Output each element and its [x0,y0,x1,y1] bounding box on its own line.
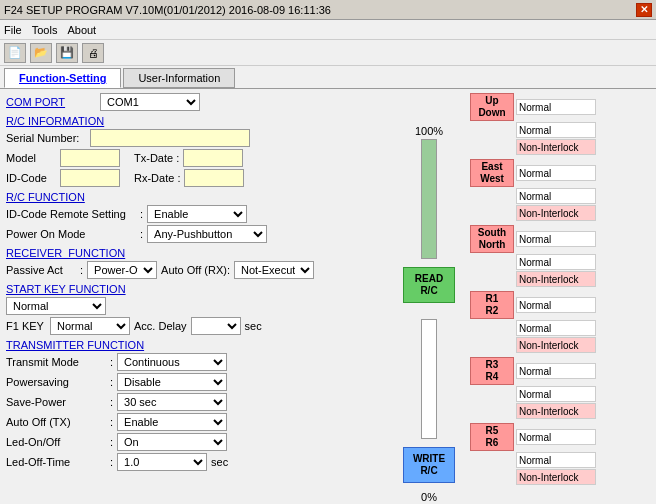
r3-r4-noninterlock[interactable] [516,403,596,419]
serial-number-input[interactable] [90,129,250,147]
up-down-row-1: Up Down [470,93,596,121]
read-rc-button[interactable]: READ R/C [403,267,455,303]
r3-r4-normal2[interactable] [516,386,596,402]
idcode-remote-select[interactable]: Enable [147,205,247,223]
east-west-button[interactable]: East West [470,159,514,187]
f1-key-label: F1 KEY [6,320,46,332]
up-down-noninterlock[interactable] [516,139,596,155]
power-on-label: Power On Mode [6,228,136,240]
close-button[interactable]: ✕ [636,3,652,17]
transmit-mode-label: Transmit Mode [6,356,106,368]
east-west-section: East West [470,159,596,221]
toolbar-open[interactable]: 📂 [30,43,52,63]
f1-key-select[interactable]: Normal [50,317,130,335]
serial-number-row: Serial Number: [6,129,384,147]
toolbar-save[interactable]: 💾 [56,43,78,63]
r5-r6-section: R5 R6 [470,423,596,485]
south-north-noninterlock[interactable] [516,271,596,287]
r1-r2-normal2[interactable] [516,320,596,336]
south-north-row-3 [470,271,596,287]
right-panel: 100% READ R/C WRITE R/C 0% [390,89,656,504]
rc-function-title: R/C FUNCTION [6,191,384,203]
south-north-normal2[interactable] [516,254,596,270]
tab-user-information[interactable]: User-Information [123,68,235,88]
r3-r4-row-1: R3 R4 [470,357,596,385]
model-input[interactable] [60,149,120,167]
r1-r2-normal1[interactable] [516,297,596,313]
rc-info-title: R/C INFORMATION [6,115,384,127]
auto-off-tx-row: Auto Off (TX) : Enable [6,413,384,431]
r1-r2-section: R1 R2 [470,291,596,353]
acc-delay-select[interactable] [191,317,241,335]
start-key-select[interactable]: Normal [6,297,106,315]
idcode-input[interactable] [60,169,120,187]
power-on-select[interactable]: Any-Pushbutton [147,225,267,243]
receiver-function-title: RECEIVER_FUNCTION [6,247,384,259]
auto-off-tx-select[interactable]: Enable [117,413,227,431]
south-north-button[interactable]: South North [470,225,514,253]
auto-off-tx-label: Auto Off (TX) [6,416,106,428]
pct-100-label: 100% [415,125,443,137]
r1-r2-row-1: R1 R2 [470,291,596,319]
led-on-off-label: Led-On/Off [6,436,106,448]
r5-r6-row-1: R5 R6 [470,423,596,451]
led-off-time-select[interactable]: 1.0 [117,453,207,471]
transmitter-function-title: TRANSMITTER FUNCTION [6,339,384,351]
up-down-row-2 [470,122,596,138]
up-down-button[interactable]: Up Down [470,93,514,121]
model-label: Model [6,152,56,164]
r5-r6-button[interactable]: R5 R6 [470,423,514,451]
led-off-time-row: Led-Off-Time : 1.0 sec [6,453,384,471]
save-power-select[interactable]: 30 sec [117,393,227,411]
model-txdate-row: Model Tx-Date : [6,149,384,167]
menu-bar: File Tools About [0,20,656,40]
toolbar-new[interactable]: 📄 [4,43,26,63]
r5-r6-normal1[interactable] [516,429,596,445]
transmit-mode-row: Transmit Mode : Continuous [6,353,384,371]
passive-act-colon: : [80,264,83,276]
auto-off-rx-select[interactable]: Not-Execut [234,261,314,279]
powersaving-select[interactable]: Disable [117,373,227,391]
up-down-normal1[interactable] [516,99,596,115]
r3-r4-button[interactable]: R3 R4 [470,357,514,385]
txdate-input[interactable] [183,149,243,167]
powersaving-row: Powersaving : Disable [6,373,384,391]
east-west-normal1[interactable] [516,165,596,181]
south-north-normal1[interactable] [516,231,596,247]
powersaving-colon: : [110,376,113,388]
bar-fill [422,140,436,258]
receiver-function-section: RECEIVER_FUNCTION Passive Act : Power-Of… [6,247,384,279]
idcode-label: ID-Code [6,172,56,184]
r5-r6-row-3 [470,469,596,485]
east-west-noninterlock[interactable] [516,205,596,221]
power-on-mode-row: Power On Mode : Any-Pushbutton [6,225,384,243]
tab-function-setting[interactable]: Function-Setting [4,68,121,88]
led-on-off-colon: : [110,436,113,448]
led-on-off-select[interactable]: On [117,433,227,451]
r5-r6-noninterlock[interactable] [516,469,596,485]
passive-act-select[interactable]: Power-Off [87,261,157,279]
progress-bar [421,139,437,259]
menu-about[interactable]: About [67,24,96,36]
com-port-label: COM PORT [6,96,96,108]
idcode-remote-colon: : [140,208,143,220]
r3-r4-normal1[interactable] [516,363,596,379]
write-rc-button[interactable]: WRITE R/C [403,447,455,483]
rxdate-input[interactable] [184,169,244,187]
r3-r4-row-2 [470,386,596,402]
east-west-row-2 [470,188,596,204]
idcode-rxdate-row: ID-Code Rx-Date : [6,169,384,187]
progress-bar-2 [421,319,437,439]
r1-r2-button[interactable]: R1 R2 [470,291,514,319]
east-west-normal2[interactable] [516,188,596,204]
toolbar-print[interactable]: 🖨 [82,43,104,63]
auto-off-tx-colon: : [110,416,113,428]
menu-tools[interactable]: Tools [32,24,58,36]
com-port-select[interactable]: COM1 [100,93,200,111]
r1-r2-noninterlock[interactable] [516,337,596,353]
led-off-time-label: Led-Off-Time [6,456,106,468]
transmit-mode-select[interactable]: Continuous [117,353,227,371]
up-down-normal2[interactable] [516,122,596,138]
r5-r6-normal2[interactable] [516,452,596,468]
menu-file[interactable]: File [4,24,22,36]
